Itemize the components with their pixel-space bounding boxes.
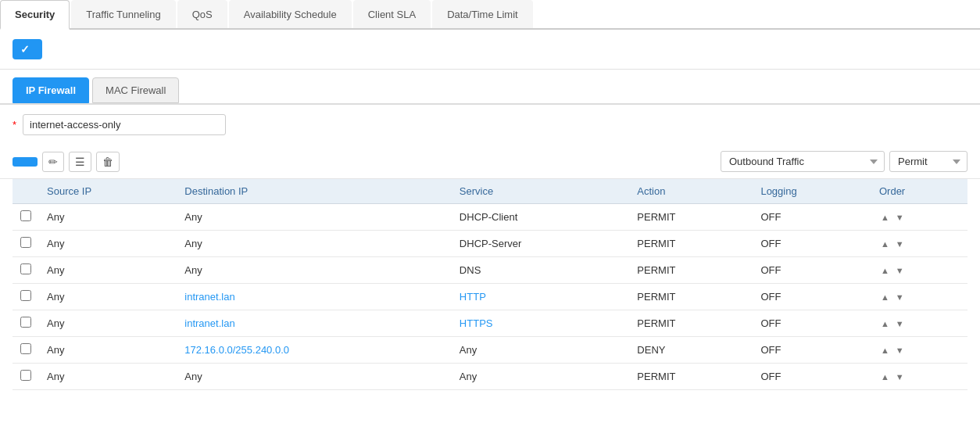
service-cell[interactable]: HTTPS	[452, 310, 629, 337]
tab-traffic-tunneling[interactable]: Traffic Tunneling	[71, 0, 175, 28]
destination-ip-cell: Any	[177, 204, 452, 231]
table-row: Anyintranet.lanHTTPPERMITOFF▲▼	[13, 284, 967, 310]
header-destination-ip: Destination IP	[177, 179, 452, 204]
service-cell[interactable]: HTTP	[452, 284, 629, 310]
table-container: Source IP Destination IP Service Action …	[0, 179, 980, 390]
toggle-button[interactable]: ✓	[13, 39, 42, 59]
destination-ip-cell: Any	[177, 257, 452, 284]
table-header: Source IP Destination IP Service Action …	[13, 179, 967, 204]
tab-data-time-limit[interactable]: Data/Time Limit	[432, 0, 533, 28]
sub-tab-mac-firewall[interactable]: MAC Firewall	[92, 77, 179, 103]
tab-availability-schedule[interactable]: Availability Schedule	[229, 0, 352, 28]
order-cell: ▲▼	[871, 231, 967, 257]
toggle-check-icon: ✓	[20, 43, 30, 56]
order-up-button[interactable]: ▲	[879, 292, 891, 302]
tabs-bar: SecurityTraffic TunnelingQoSAvailability…	[0, 0, 980, 30]
action-cell: PERMIT	[629, 231, 753, 257]
action-cell: PERMIT	[629, 204, 753, 231]
permit-deny-select[interactable]: PermitDeny	[889, 151, 967, 172]
order-down-button[interactable]: ▼	[894, 292, 906, 302]
reorder-icon-button[interactable]: ☰	[69, 152, 91, 172]
source-ip-cell: Any	[39, 257, 177, 284]
header-source-ip: Source IP	[39, 179, 177, 204]
order-cell: ▲▼	[871, 204, 967, 231]
order-down-button[interactable]: ▼	[894, 319, 906, 328]
order-up-button[interactable]: ▲	[879, 213, 891, 222]
list-icon: ☰	[75, 156, 85, 168]
header-order: Order	[871, 179, 967, 204]
tab-qos[interactable]: QoS	[177, 0, 227, 28]
order-down-button[interactable]: ▼	[894, 213, 906, 222]
order-cell: ▲▼	[871, 364, 967, 390]
sub-tab-ip-firewall[interactable]: IP Firewall	[13, 77, 89, 103]
tab-client-sla[interactable]: Client SLA	[353, 0, 431, 28]
logging-cell: OFF	[753, 364, 871, 390]
action-cell: PERMIT	[629, 310, 753, 337]
table-body: AnyAnyDHCP-ClientPERMITOFF▲▼AnyAnyDHCP-S…	[13, 204, 967, 390]
add-button[interactable]	[13, 157, 38, 167]
service-cell: DHCP-Client	[452, 204, 629, 231]
header-checkbox-col	[13, 179, 39, 204]
table-row: AnyAnyAnyPERMITOFF▲▼	[13, 364, 967, 390]
logging-cell: OFF	[753, 257, 871, 284]
logging-cell: OFF	[753, 231, 871, 257]
edit-icon-button[interactable]: ✏	[42, 152, 64, 172]
logging-cell: OFF	[753, 337, 871, 364]
destination-ip-cell: Any	[177, 364, 452, 390]
order-down-button[interactable]: ▼	[894, 372, 906, 382]
row-checkbox-6[interactable]	[20, 370, 31, 381]
logging-cell: OFF	[753, 310, 871, 337]
order-down-button[interactable]: ▼	[894, 239, 906, 249]
destination-ip-cell[interactable]: 172.16.0.0/255.240.0.0	[177, 337, 452, 364]
order-up-button[interactable]: ▲	[879, 239, 891, 249]
ip-firewall-name-label: *	[13, 119, 16, 131]
service-cell: DHCP-Server	[452, 231, 629, 257]
row-checkbox-5[interactable]	[20, 343, 31, 354]
trash-icon: 🗑	[102, 156, 113, 168]
logging-cell: OFF	[753, 284, 871, 310]
row-checkbox-0[interactable]	[20, 210, 31, 221]
destination-ip-cell[interactable]: intranet.lan	[177, 310, 452, 337]
order-cell: ▲▼	[871, 310, 967, 337]
order-up-button[interactable]: ▲	[879, 319, 891, 328]
order-cell: ▲▼	[871, 284, 967, 310]
tab-security[interactable]: Security	[0, 0, 70, 30]
table-row: AnyAnyDHCP-ServerPERMITOFF▲▼	[13, 231, 967, 257]
service-cell: Any	[452, 364, 629, 390]
order-up-button[interactable]: ▲	[879, 266, 891, 275]
destination-ip-cell[interactable]: intranet.lan	[177, 284, 452, 310]
order-up-button[interactable]: ▲	[879, 346, 891, 355]
traffic-direction-select[interactable]: Outbound TrafficInbound TrafficAll Traff…	[721, 151, 885, 172]
table-row: Anyintranet.lanHTTPSPERMITOFF▲▼	[13, 310, 967, 337]
ip-firewall-name-input[interactable]	[23, 114, 226, 135]
firewall-rules-table: Source IP Destination IP Service Action …	[13, 179, 967, 390]
header-service: Service	[452, 179, 629, 204]
section-header: ✓	[0, 30, 980, 70]
source-ip-cell: Any	[39, 310, 177, 337]
table-row: AnyAnyDNSPERMITOFF▲▼	[13, 257, 967, 284]
order-down-button[interactable]: ▼	[894, 346, 906, 355]
sub-tabs: IP FirewallMAC Firewall	[0, 70, 980, 105]
row-checkbox-2[interactable]	[20, 263, 31, 274]
source-ip-cell: Any	[39, 284, 177, 310]
order-down-button[interactable]: ▼	[894, 266, 906, 275]
action-cell: PERMIT	[629, 364, 753, 390]
row-checkbox-4[interactable]	[20, 317, 31, 328]
order-up-button[interactable]: ▲	[879, 372, 891, 382]
source-ip-cell: Any	[39, 231, 177, 257]
order-cell: ▲▼	[871, 257, 967, 284]
row-checkbox-1[interactable]	[20, 237, 31, 248]
service-cell: DNS	[452, 257, 629, 284]
destination-ip-cell: Any	[177, 231, 452, 257]
source-ip-cell: Any	[39, 204, 177, 231]
delete-icon-button[interactable]: 🗑	[96, 152, 120, 172]
header-action: Action	[629, 179, 753, 204]
action-cell: PERMIT	[629, 284, 753, 310]
form-row: *	[0, 105, 980, 145]
edit-icon: ✏	[48, 156, 58, 168]
source-ip-cell: Any	[39, 337, 177, 364]
row-checkbox-3[interactable]	[20, 290, 31, 301]
service-cell: Any	[452, 337, 629, 364]
source-ip-cell: Any	[39, 364, 177, 390]
toolbar: ✏ ☰ 🗑 Outbound TrafficInbound TrafficAll…	[0, 145, 980, 179]
